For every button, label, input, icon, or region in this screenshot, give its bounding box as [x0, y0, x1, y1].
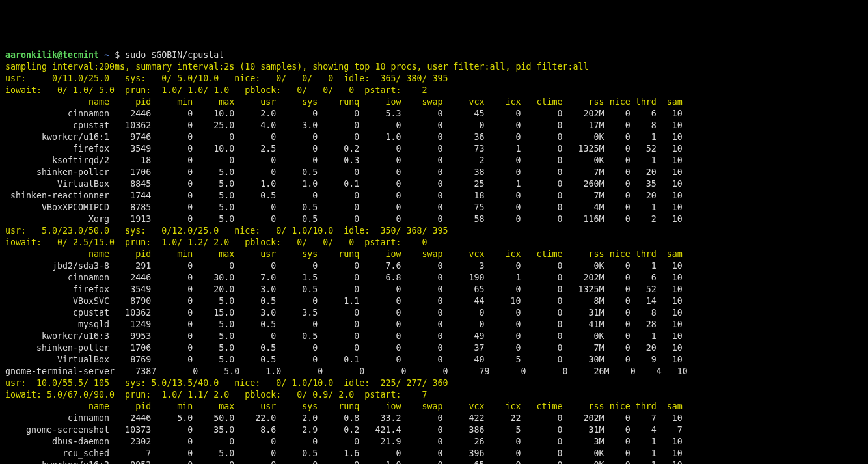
table-row: rcu_sched 7 0 5.0 0 0.5 1.6 0 0 396 0 0 …: [5, 448, 683, 458]
table-row: gnome-screenshot 10373 0 35.0 8.6 2.9 0.…: [5, 425, 683, 435]
table-row: jbd2/sda3-8 291 0 0 0 0 0 7.6 0 3 0 0 0K…: [5, 261, 683, 271]
table-row: cpustat 10362 0 25.0 4.0 3.0 0 0 0 0 0 0…: [5, 120, 683, 130]
table-row: cinnamon 2446 0 30.0 7.0 1.5 0 6.8 0 190…: [5, 273, 683, 282]
prompt-path: ~: [104, 50, 109, 60]
table-row: ksoftirqd/2 18 0 0 0 0 0.3 0 0 2 0 0 0K …: [5, 156, 683, 165]
terminal-output: aaronkilik@tecmint ~ $ sudo $GOBIN/cpust…: [5, 49, 863, 464]
table-row: cinnamon 2446 5.0 50.0 22.0 2.0 0.8 33.2…: [5, 413, 683, 423]
table-row: Xorg 1913 0 5.0 0 0.5 0 0 0 58 0 0 116M …: [5, 214, 683, 224]
table-row: VirtualBox 8845 0 5.0 1.0 1.0 0.1 0 0 25…: [5, 179, 683, 189]
table-row: shinken-poller 1706 0 5.0 0 0.5 0 0 0 38…: [5, 167, 683, 177]
summary-line-1: usr: 0/11.0/25.0 sys: 0/ 5.0/10.0 nice: …: [5, 74, 448, 83]
table-row: cinnamon 2446 0 10.0 2.0 0 0 5.3 0 45 0 …: [5, 109, 683, 118]
table-row: firefox 3549 0 10.0 2.5 0 0.2 0 0 73 1 0…: [5, 144, 683, 154]
command-input[interactable]: sudo $GOBIN/cpustat: [125, 50, 224, 60]
summary-line-1: usr: 10.0/55.5/ 105 sys: 5.0/13.5/40.0 n…: [5, 378, 448, 388]
summary-line-1: usr: 5.0/23.0/50.0 sys: 0/12.0/25.0 nice…: [5, 226, 448, 236]
table-row: VBoxSVC 8790 0 5.0 0.5 0 1.1 0 0 44 10 0…: [5, 296, 683, 306]
table-row: gnome-terminal-server 7387 0 5.0 1.0 0 0…: [5, 366, 688, 376]
table-row: shinken-poller 1706 0 5.0 0.5 0 0 0 0 37…: [5, 343, 683, 353]
prompt-dollar: $: [115, 50, 120, 60]
table-header: name pid min max usr sys runq iow swap v…: [5, 249, 683, 259]
summary-line-2: iowait: 0/ 1.0/ 5.0 prun: 1.0/ 1.0/ 1.0 …: [5, 85, 427, 95]
table-header: name pid min max usr sys runq iow swap v…: [5, 97, 683, 107]
table-row: shinken-reactionner 1744 0 5.0 0.5 0 0 0…: [5, 191, 683, 200]
table-row: kworker/u16:3 9953 0 5.0 0 0.5 0 0 0 49 …: [5, 331, 683, 341]
table-row: kworker/u16:1 9746 0 0 0 0 0 1.0 0 36 0 …: [5, 132, 683, 142]
table-row: firefox 3549 0 20.0 3.0 0.5 0 0 0 65 0 0…: [5, 284, 683, 294]
summary-line-2: iowait: 5.0/67.0/90.0 prun: 1.0/ 1.1/ 2.…: [5, 390, 427, 400]
summary-line-2: iowait: 0/ 2.5/15.0 prun: 1.0/ 1.2/ 2.0 …: [5, 238, 427, 247]
table-row: VBoxXPCOMIPCD 8785 0 5.0 0 0.5 0 0 0 75 …: [5, 202, 683, 212]
sampling-info: sampling interval:200ms, summary interva…: [5, 62, 589, 72]
prompt-user: aaronkilik@tecmint: [5, 50, 99, 60]
table-row: mysqld 1249 0 5.0 0.5 0 0 0 0 0 0 0 41M …: [5, 320, 683, 329]
table-header: name pid min max usr sys runq iow swap v…: [5, 402, 683, 411]
table-row: cpustat 10362 0 15.0 3.0 3.5 0 0 0 0 0 0…: [5, 308, 683, 318]
table-row: dbus-daemon 2302 0 0 0 0 0 21.9 0 26 0 0…: [5, 437, 683, 446]
table-row: VirtualBox 8769 0 5.0 0.5 0 0.1 0 0 40 5…: [5, 355, 683, 364]
table-row: kworker/u16:3 9953 0 0 0 0 0 1.0 0 65 0 …: [5, 460, 683, 464]
